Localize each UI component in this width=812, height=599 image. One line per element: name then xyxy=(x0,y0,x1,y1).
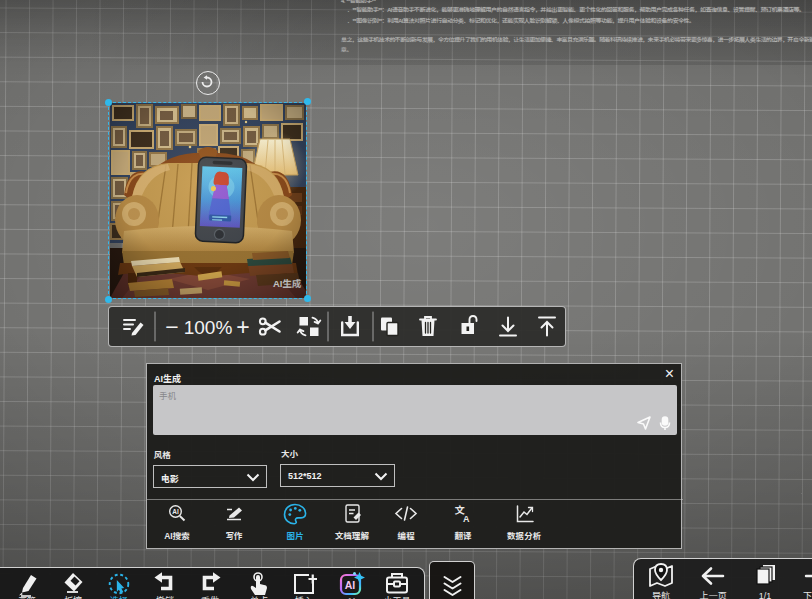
svg-text:AI: AI xyxy=(345,579,356,591)
svg-text:数据分析: 数据分析 xyxy=(507,531,542,541)
svg-text:文档理解: 文档理解 xyxy=(335,531,370,541)
svg-text:板擦: 板擦 xyxy=(64,595,82,599)
svg-text:导航: 导航 xyxy=(652,591,670,599)
svg-text:撤销: 撤销 xyxy=(156,595,174,599)
svg-text:写作: 写作 xyxy=(225,531,243,541)
svg-text:重做: 重做 xyxy=(201,595,219,599)
svg-text:1/1: 1/1 xyxy=(759,591,772,599)
svg-text:+: + xyxy=(236,314,249,340)
svg-text:AI: AI xyxy=(172,508,179,515)
svg-text:图片: 图片 xyxy=(286,531,303,541)
svg-text:上一页: 上一页 xyxy=(699,591,726,599)
svg-text:100%: 100% xyxy=(184,317,233,338)
svg-text:翻译: 翻译 xyxy=(454,531,472,541)
svg-text:−: − xyxy=(165,314,178,340)
svg-text:编程: 编程 xyxy=(397,531,415,541)
svg-text:下一: 下一 xyxy=(803,591,812,599)
svg-text:A: A xyxy=(463,514,470,524)
svg-text:AI搜索: AI搜索 xyxy=(164,531,190,541)
